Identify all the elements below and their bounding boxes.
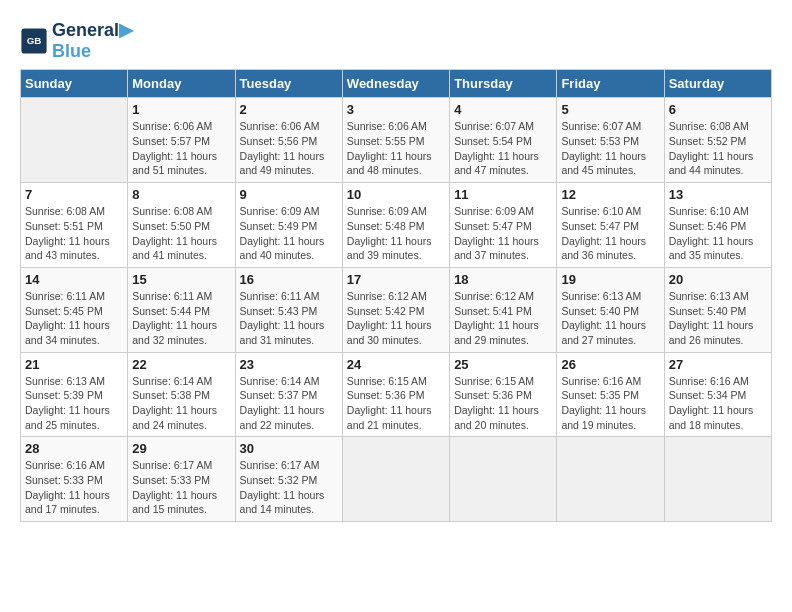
day-info: Sunrise: 6:11 AMSunset: 5:44 PMDaylight:… xyxy=(132,290,217,346)
calendar-cell: 12 Sunrise: 6:10 AMSunset: 5:47 PMDaylig… xyxy=(557,183,664,268)
calendar-cell: 28 Sunrise: 6:16 AMSunset: 5:33 PMDaylig… xyxy=(21,437,128,522)
day-number: 22 xyxy=(132,357,230,372)
calendar-cell: 22 Sunrise: 6:14 AMSunset: 5:38 PMDaylig… xyxy=(128,352,235,437)
calendar-week-row: 21 Sunrise: 6:13 AMSunset: 5:39 PMDaylig… xyxy=(21,352,772,437)
calendar-cell: 29 Sunrise: 6:17 AMSunset: 5:33 PMDaylig… xyxy=(128,437,235,522)
calendar-cell xyxy=(664,437,771,522)
day-number: 12 xyxy=(561,187,659,202)
day-info: Sunrise: 6:17 AMSunset: 5:32 PMDaylight:… xyxy=(240,459,325,515)
calendar-cell: 8 Sunrise: 6:08 AMSunset: 5:50 PMDayligh… xyxy=(128,183,235,268)
calendar-cell: 30 Sunrise: 6:17 AMSunset: 5:32 PMDaylig… xyxy=(235,437,342,522)
day-info: Sunrise: 6:07 AMSunset: 5:54 PMDaylight:… xyxy=(454,120,539,176)
calendar-week-row: 28 Sunrise: 6:16 AMSunset: 5:33 PMDaylig… xyxy=(21,437,772,522)
day-info: Sunrise: 6:15 AMSunset: 5:36 PMDaylight:… xyxy=(454,375,539,431)
day-number: 1 xyxy=(132,102,230,117)
day-info: Sunrise: 6:06 AMSunset: 5:57 PMDaylight:… xyxy=(132,120,217,176)
day-number: 3 xyxy=(347,102,445,117)
calendar-cell xyxy=(557,437,664,522)
calendar-cell: 7 Sunrise: 6:08 AMSunset: 5:51 PMDayligh… xyxy=(21,183,128,268)
calendar-cell: 16 Sunrise: 6:11 AMSunset: 5:43 PMDaylig… xyxy=(235,267,342,352)
day-number: 26 xyxy=(561,357,659,372)
day-info: Sunrise: 6:15 AMSunset: 5:36 PMDaylight:… xyxy=(347,375,432,431)
header-sunday: Sunday xyxy=(21,70,128,98)
calendar-cell: 6 Sunrise: 6:08 AMSunset: 5:52 PMDayligh… xyxy=(664,98,771,183)
svg-text:GB: GB xyxy=(27,34,42,45)
calendar-cell: 26 Sunrise: 6:16 AMSunset: 5:35 PMDaylig… xyxy=(557,352,664,437)
calendar-cell: 21 Sunrise: 6:13 AMSunset: 5:39 PMDaylig… xyxy=(21,352,128,437)
day-number: 5 xyxy=(561,102,659,117)
calendar-cell: 19 Sunrise: 6:13 AMSunset: 5:40 PMDaylig… xyxy=(557,267,664,352)
day-info: Sunrise: 6:08 AMSunset: 5:52 PMDaylight:… xyxy=(669,120,754,176)
day-number: 8 xyxy=(132,187,230,202)
day-number: 25 xyxy=(454,357,552,372)
day-number: 18 xyxy=(454,272,552,287)
header-monday: Monday xyxy=(128,70,235,98)
calendar-cell: 1 Sunrise: 6:06 AMSunset: 5:57 PMDayligh… xyxy=(128,98,235,183)
day-info: Sunrise: 6:12 AMSunset: 5:41 PMDaylight:… xyxy=(454,290,539,346)
header-wednesday: Wednesday xyxy=(342,70,449,98)
day-info: Sunrise: 6:07 AMSunset: 5:53 PMDaylight:… xyxy=(561,120,646,176)
day-info: Sunrise: 6:13 AMSunset: 5:39 PMDaylight:… xyxy=(25,375,110,431)
calendar-cell: 3 Sunrise: 6:06 AMSunset: 5:55 PMDayligh… xyxy=(342,98,449,183)
day-info: Sunrise: 6:10 AMSunset: 5:47 PMDaylight:… xyxy=(561,205,646,261)
day-number: 20 xyxy=(669,272,767,287)
day-number: 6 xyxy=(669,102,767,117)
day-number: 28 xyxy=(25,441,123,456)
header-tuesday: Tuesday xyxy=(235,70,342,98)
day-info: Sunrise: 6:09 AMSunset: 5:49 PMDaylight:… xyxy=(240,205,325,261)
day-number: 14 xyxy=(25,272,123,287)
day-number: 27 xyxy=(669,357,767,372)
calendar-week-row: 1 Sunrise: 6:06 AMSunset: 5:57 PMDayligh… xyxy=(21,98,772,183)
day-info: Sunrise: 6:06 AMSunset: 5:56 PMDaylight:… xyxy=(240,120,325,176)
day-info: Sunrise: 6:11 AMSunset: 5:43 PMDaylight:… xyxy=(240,290,325,346)
day-info: Sunrise: 6:09 AMSunset: 5:47 PMDaylight:… xyxy=(454,205,539,261)
day-number: 17 xyxy=(347,272,445,287)
calendar-cell xyxy=(450,437,557,522)
header-friday: Friday xyxy=(557,70,664,98)
header-thursday: Thursday xyxy=(450,70,557,98)
day-number: 4 xyxy=(454,102,552,117)
calendar-week-row: 7 Sunrise: 6:08 AMSunset: 5:51 PMDayligh… xyxy=(21,183,772,268)
day-info: Sunrise: 6:14 AMSunset: 5:38 PMDaylight:… xyxy=(132,375,217,431)
day-number: 15 xyxy=(132,272,230,287)
day-info: Sunrise: 6:11 AMSunset: 5:45 PMDaylight:… xyxy=(25,290,110,346)
day-info: Sunrise: 6:14 AMSunset: 5:37 PMDaylight:… xyxy=(240,375,325,431)
calendar-cell xyxy=(342,437,449,522)
calendar-table: SundayMondayTuesdayWednesdayThursdayFrid… xyxy=(20,69,772,522)
calendar-cell: 15 Sunrise: 6:11 AMSunset: 5:44 PMDaylig… xyxy=(128,267,235,352)
day-number: 9 xyxy=(240,187,338,202)
calendar-cell: 4 Sunrise: 6:07 AMSunset: 5:54 PMDayligh… xyxy=(450,98,557,183)
day-number: 7 xyxy=(25,187,123,202)
day-info: Sunrise: 6:09 AMSunset: 5:48 PMDaylight:… xyxy=(347,205,432,261)
day-number: 21 xyxy=(25,357,123,372)
calendar-cell: 27 Sunrise: 6:16 AMSunset: 5:34 PMDaylig… xyxy=(664,352,771,437)
day-number: 24 xyxy=(347,357,445,372)
calendar-cell: 20 Sunrise: 6:13 AMSunset: 5:40 PMDaylig… xyxy=(664,267,771,352)
calendar-cell: 9 Sunrise: 6:09 AMSunset: 5:49 PMDayligh… xyxy=(235,183,342,268)
page-header: GB General▶ Blue xyxy=(20,20,772,61)
day-info: Sunrise: 6:13 AMSunset: 5:40 PMDaylight:… xyxy=(561,290,646,346)
calendar-cell: 17 Sunrise: 6:12 AMSunset: 5:42 PMDaylig… xyxy=(342,267,449,352)
day-info: Sunrise: 6:16 AMSunset: 5:35 PMDaylight:… xyxy=(561,375,646,431)
day-info: Sunrise: 6:08 AMSunset: 5:51 PMDaylight:… xyxy=(25,205,110,261)
day-number: 11 xyxy=(454,187,552,202)
header-saturday: Saturday xyxy=(664,70,771,98)
day-info: Sunrise: 6:06 AMSunset: 5:55 PMDaylight:… xyxy=(347,120,432,176)
calendar-cell: 18 Sunrise: 6:12 AMSunset: 5:41 PMDaylig… xyxy=(450,267,557,352)
calendar-header-row: SundayMondayTuesdayWednesdayThursdayFrid… xyxy=(21,70,772,98)
day-number: 29 xyxy=(132,441,230,456)
calendar-cell: 2 Sunrise: 6:06 AMSunset: 5:56 PMDayligh… xyxy=(235,98,342,183)
calendar-cell: 25 Sunrise: 6:15 AMSunset: 5:36 PMDaylig… xyxy=(450,352,557,437)
day-number: 16 xyxy=(240,272,338,287)
logo: GB General▶ Blue xyxy=(20,20,133,61)
day-info: Sunrise: 6:17 AMSunset: 5:33 PMDaylight:… xyxy=(132,459,217,515)
logo-icon: GB xyxy=(20,27,48,55)
calendar-cell: 23 Sunrise: 6:14 AMSunset: 5:37 PMDaylig… xyxy=(235,352,342,437)
calendar-cell: 10 Sunrise: 6:09 AMSunset: 5:48 PMDaylig… xyxy=(342,183,449,268)
calendar-cell xyxy=(21,98,128,183)
calendar-cell: 11 Sunrise: 6:09 AMSunset: 5:47 PMDaylig… xyxy=(450,183,557,268)
day-number: 13 xyxy=(669,187,767,202)
day-number: 19 xyxy=(561,272,659,287)
calendar-cell: 14 Sunrise: 6:11 AMSunset: 5:45 PMDaylig… xyxy=(21,267,128,352)
day-info: Sunrise: 6:16 AMSunset: 5:34 PMDaylight:… xyxy=(669,375,754,431)
